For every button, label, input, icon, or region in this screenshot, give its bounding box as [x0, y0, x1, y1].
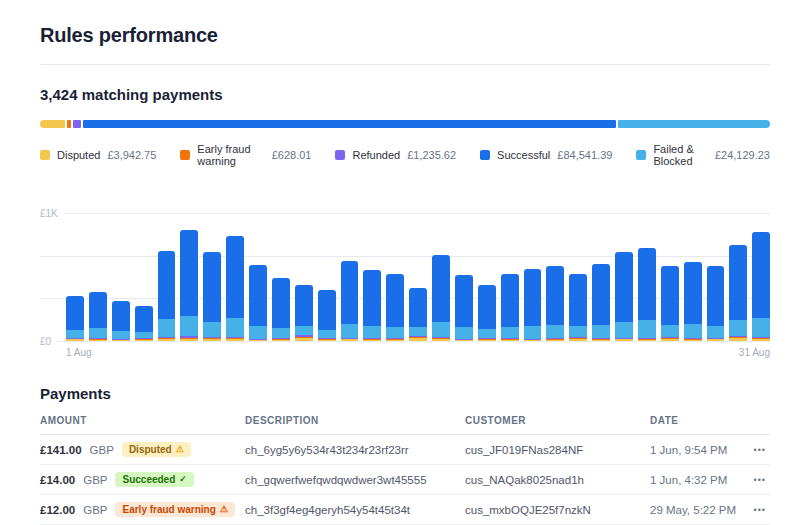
chart-bar-day-12[interactable] [318, 290, 336, 341]
bar-segment-disputed [569, 339, 587, 341]
legend-swatch-disputed [40, 150, 50, 160]
chart-bar-day-3[interactable] [112, 301, 130, 341]
chart-bar-day-21[interactable] [524, 269, 542, 341]
chart-bar-day-1[interactable] [66, 296, 84, 341]
chart-bar-day-8[interactable] [226, 236, 244, 341]
legend-item-successful: Successful£84,541.39 [480, 149, 612, 161]
matching-payments-count: 3,424 matching payments [40, 86, 770, 103]
column-header-description: DESCRIPTION [245, 415, 465, 426]
gridline [40, 341, 770, 342]
row-overflow-button[interactable]: ••• [740, 505, 770, 515]
table-row[interactable]: £141.00 GBP Disputed ⚠ ch_6yg5y6y534r43t… [40, 435, 770, 465]
bar-segment-failed-blocked [409, 327, 427, 336]
column-header-amount: AMOUNT [40, 415, 245, 426]
bar-segment-successful [546, 266, 564, 325]
bar-segment-successful [341, 261, 359, 325]
y-axis-label-zero: £0 [40, 336, 57, 347]
bar-segment-successful [752, 232, 770, 317]
chart-bar-day-28[interactable] [684, 262, 702, 341]
chart-bar-day-31[interactable] [752, 232, 770, 341]
bar-segment-failed-blocked [295, 326, 313, 335]
legend-amount: £1,235.62 [407, 149, 456, 161]
x-axis-labels: 1 Aug 31 Aug [66, 347, 770, 358]
x-axis-start-label: 1 Aug [66, 347, 92, 358]
chart-bar-day-15[interactable] [386, 274, 404, 341]
row-overflow-button[interactable]: ••• [740, 445, 770, 455]
payment-description: ch_6yg5y6y534r43t234r23rf23rr [245, 444, 465, 456]
payments-table-header: AMOUNT DESCRIPTION CUSTOMER DATE [40, 402, 770, 435]
bar-segment-successful [409, 288, 427, 328]
bar-segment-disputed [455, 340, 473, 341]
chart-bar-day-30[interactable] [729, 245, 747, 341]
chart-bar-day-5[interactable] [158, 251, 176, 341]
payment-description: ch_gqwerfwefqwdqwdwer3wt45555 [245, 474, 465, 486]
bar-segment-failed-blocked [729, 320, 747, 337]
chart-bar-day-17[interactable] [432, 255, 450, 341]
bar-segment-disputed [524, 340, 542, 341]
chart-bar-day-22[interactable] [546, 266, 564, 341]
bar-segment-failed-blocked [592, 325, 610, 338]
chart-bar-day-13[interactable] [341, 261, 359, 341]
column-header-date: DATE [650, 415, 740, 426]
bar-segment-failed-blocked [158, 319, 176, 337]
chart-bar-day-19[interactable] [478, 285, 496, 341]
bar-segment-successful [707, 266, 725, 326]
bar-segment-successful [318, 290, 336, 330]
payment-amount: £141.00 [40, 444, 82, 456]
legend-item-refunded: Refunded£1,235.62 [335, 149, 456, 161]
row-overflow-button[interactable]: ••• [740, 475, 770, 485]
chart-bar-day-14[interactable] [363, 270, 381, 341]
chart-bar-day-25[interactable] [615, 252, 633, 341]
payment-currency: GBP [83, 504, 107, 516]
chart-bar-day-7[interactable] [203, 252, 221, 341]
status-badge-succeeded: Succeeded ✓ [115, 472, 193, 487]
legend-label: Successful [497, 149, 550, 161]
bar-segment-disputed [546, 340, 564, 341]
table-row[interactable]: £12.00 GBP Early fraud warning ⚠ ch_3f3g… [40, 495, 770, 525]
bar-segment-failed-blocked [546, 325, 564, 338]
chart-bar-day-4[interactable] [135, 306, 153, 341]
bar-segment-disputed [318, 340, 336, 341]
legend-label: Disputed [57, 149, 100, 161]
amount-cell: £14.00 GBP Succeeded ✓ [40, 472, 245, 487]
chart-bar-day-2[interactable] [89, 292, 107, 341]
bar-segment-successful [89, 292, 107, 328]
chart-bar-day-26[interactable] [638, 248, 656, 341]
chart-bar-day-16[interactable] [409, 288, 427, 341]
bar-segment-disputed [89, 340, 107, 341]
bar-segment-disputed [341, 339, 359, 341]
payments-chart: £1K £0 [40, 213, 770, 341]
bar-segment-disputed [661, 339, 679, 341]
chart-bar-day-23[interactable] [569, 274, 587, 341]
bar-segment-disputed [135, 340, 153, 341]
bar-segment-successful [203, 252, 221, 322]
chart-bar-day-9[interactable] [249, 265, 267, 341]
bar-segment-disputed [638, 340, 656, 341]
bar-segment-failed-blocked [318, 330, 336, 338]
bar-segment-failed-blocked [661, 325, 679, 337]
chart-bar-day-18[interactable] [455, 275, 473, 341]
payment-customer: cus_NAQak8025nad1h [465, 474, 650, 486]
column-header-customer: CUSTOMER [465, 415, 650, 426]
warning-icon: ⚠ [176, 445, 184, 454]
chart-bar-day-29[interactable] [707, 266, 725, 341]
table-row[interactable]: £14.00 GBP Succeeded ✓ ch_gqwerfwefqwdqw… [40, 465, 770, 495]
legend-swatch-early-fraud-warning [180, 150, 190, 160]
chart-bar-day-24[interactable] [592, 264, 610, 341]
bar-segment-successful [569, 274, 587, 326]
chart-bar-day-10[interactable] [272, 278, 290, 341]
bar-segment-disputed [180, 339, 198, 341]
chart-bar-day-6[interactable] [180, 230, 198, 341]
chart-bar-day-11[interactable] [295, 285, 313, 341]
payment-currency: GBP [90, 444, 114, 456]
amount-cell: £141.00 GBP Disputed ⚠ [40, 442, 245, 457]
payment-customer: cus_mxbOQJE25f7nzkN [465, 504, 650, 516]
bar-segment-disputed [363, 340, 381, 341]
payment-date: 1 Jun, 9:54 PM [650, 444, 740, 456]
bar-segment-disputed [592, 340, 610, 341]
chart-bar-day-27[interactable] [661, 266, 679, 341]
bar-segment-successful [112, 301, 130, 332]
chart-bar-day-20[interactable] [501, 274, 519, 341]
bar-segment-disputed [729, 338, 747, 341]
legend-amount: £3,942.75 [107, 149, 156, 161]
